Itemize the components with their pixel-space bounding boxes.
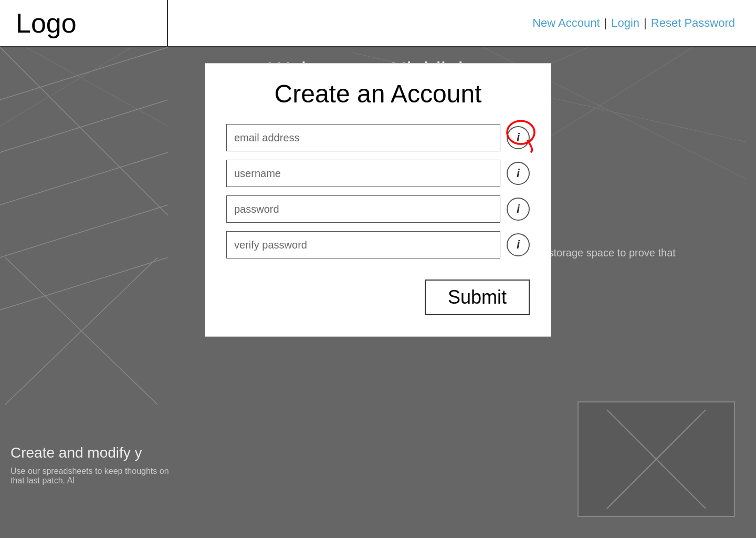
modal-title: Create an Account (226, 79, 530, 108)
verify-password-row: i (226, 231, 530, 258)
email-row: i (226, 124, 530, 151)
svg-point-14 (507, 121, 534, 144)
email-input[interactable] (226, 124, 500, 151)
create-account-modal: Create an Account i i (205, 63, 551, 337)
submit-button[interactable]: Submit (425, 280, 530, 315)
username-info-button[interactable]: i (507, 162, 530, 185)
username-row: i (226, 160, 530, 187)
verify-password-info-button[interactable]: i (507, 233, 530, 256)
password-input[interactable] (226, 195, 500, 223)
email-info-button[interactable]: i (507, 126, 530, 149)
verify-password-input[interactable] (226, 231, 500, 258)
password-info-button[interactable]: i (507, 198, 530, 221)
modal-overlay: Create an Account i i (0, 0, 756, 538)
username-input[interactable] (226, 160, 500, 187)
submit-row: Submit (226, 280, 530, 315)
password-row: i (226, 195, 530, 223)
